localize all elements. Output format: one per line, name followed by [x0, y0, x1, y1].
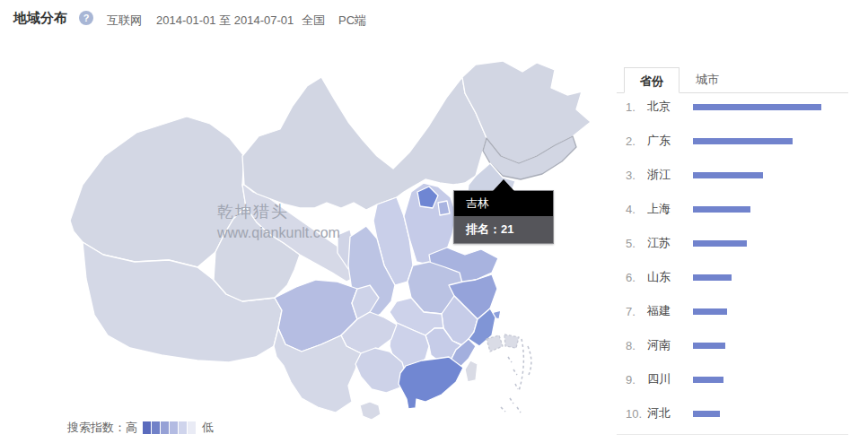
ranking-row[interactable]: 8.河南	[617, 328, 848, 362]
legend-swatch	[152, 421, 160, 434]
header: 地域分布 ? 互联网 2014-01-01 至 2014-07-01 全国 PC…	[0, 0, 868, 45]
province-name: 上海	[647, 201, 693, 217]
province-name: 河北	[647, 405, 693, 421]
province-name: 江苏	[647, 235, 693, 251]
rank-bar	[693, 138, 793, 144]
tooltip-arrow-icon	[493, 179, 514, 191]
search-index-legend: 搜索指数：高 低	[67, 421, 214, 434]
tooltip-rank: 排名：21	[454, 216, 553, 243]
tooltip-province: 吉林	[454, 191, 553, 216]
help-icon[interactable]: ?	[79, 11, 93, 25]
province-ranking-list: 1.北京2.广东3.浙江4.上海5.江苏6.山东7.福建8.河南9.四川10.河…	[617, 90, 848, 430]
south-china-sea-island	[487, 335, 503, 352]
rank-bar	[693, 274, 732, 281]
region-taiwan[interactable]	[465, 360, 478, 382]
rank-bar	[693, 206, 750, 213]
province-name: 浙江	[647, 167, 693, 183]
rank-bar	[693, 377, 723, 383]
rank-number: 2.	[626, 135, 647, 148]
filter-region: 全国	[302, 13, 325, 29]
rank-bar	[693, 343, 725, 349]
rank-bar	[693, 104, 821, 110]
rank-number: 6.	[626, 271, 647, 284]
rank-bar	[693, 240, 747, 247]
ranking-row[interactable]: 7.福建	[617, 294, 848, 328]
rank-number: 9.	[626, 373, 647, 387]
south-china-sea-island	[504, 334, 519, 348]
legend-swatch	[161, 421, 169, 434]
map-tooltip: 吉林 排名：21	[453, 190, 554, 244]
legend-label: 搜索指数：高	[67, 420, 137, 436]
rank-number: 5.	[626, 237, 647, 250]
legend-swatch	[179, 421, 187, 434]
china-map	[54, 50, 610, 439]
region-inner-mongolia[interactable]	[242, 77, 487, 210]
province-name: 北京	[647, 99, 693, 115]
legend-swatches	[143, 421, 197, 434]
legend-swatch	[188, 421, 196, 434]
rank-number: 4.	[626, 203, 647, 216]
page-title: 地域分布	[13, 10, 67, 27]
province-name: 广东	[647, 133, 693, 149]
filter-date-range: 2014-01-01 至 2014-07-01	[156, 13, 294, 29]
province-name: 福建	[647, 303, 693, 319]
ranking-row[interactable]: 5.江苏	[617, 226, 848, 260]
province-name: 山东	[647, 269, 693, 285]
region-hainan[interactable]	[360, 402, 381, 420]
filter-channel: 互联网	[107, 13, 142, 29]
ranking-row[interactable]: 2.广东	[617, 124, 848, 158]
region-tianjin[interactable]	[438, 201, 450, 215]
region-guangdong[interactable]	[399, 357, 463, 409]
province-name: 河南	[647, 337, 693, 353]
ranking-row[interactable]: 6.山东	[617, 260, 848, 294]
panel-bottom-divider	[617, 434, 848, 435]
ranking-row[interactable]: 10.河北	[617, 396, 848, 430]
rank-bar	[693, 308, 727, 315]
legend-swatch	[170, 421, 178, 434]
ranking-row[interactable]: 4.上海	[617, 192, 848, 226]
filter-platform: PC端	[338, 13, 366, 29]
rank-number: 3.	[626, 169, 647, 182]
ranking-row[interactable]: 1.北京	[617, 90, 848, 124]
rank-number: 1.	[626, 100, 647, 114]
legend-swatch	[143, 421, 151, 434]
ranking-row[interactable]: 3.浙江	[617, 158, 848, 192]
legend-label-text: 搜索指数：	[67, 421, 126, 434]
rank-bar	[693, 172, 763, 178]
rank-number: 7.	[626, 305, 647, 318]
rank-number: 8.	[626, 339, 647, 352]
legend-low-label: 低	[202, 420, 214, 436]
nine-dash-line	[501, 339, 531, 413]
rank-bar	[693, 411, 720, 417]
province-name: 四川	[647, 371, 693, 387]
tab-city[interactable]: 城市	[679, 66, 735, 92]
ranking-row[interactable]: 9.四川	[617, 362, 848, 396]
legend-high-label: 高	[126, 421, 137, 434]
rank-number: 10.	[626, 407, 647, 421]
